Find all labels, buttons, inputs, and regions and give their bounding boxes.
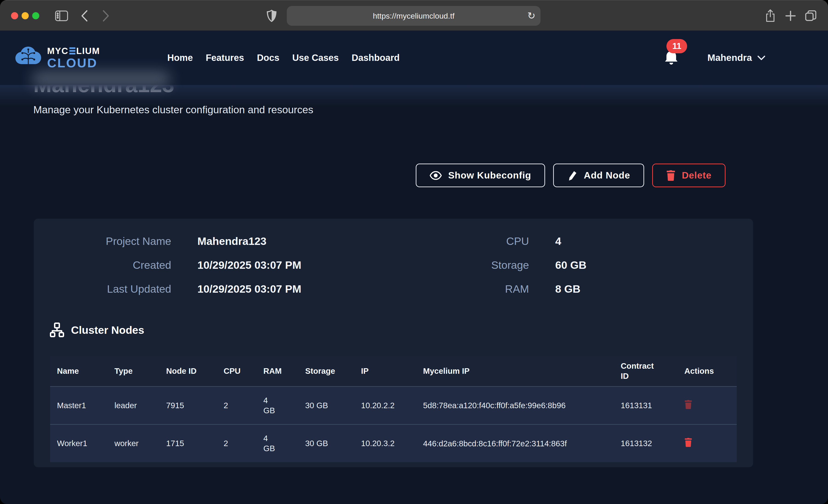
detail-value: 8 GB	[529, 282, 753, 296]
browser-toolbar: https://myceliumcloud.tf ↻	[0, 0, 828, 31]
chevron-down-icon	[757, 55, 765, 60]
cell-cpu: 2	[217, 386, 256, 424]
detail-value: 10/29/2025 03:07 PM	[171, 282, 392, 296]
page-subtitle: Manage your Kubernetes cluster configura…	[33, 104, 313, 116]
nav-item-use-cases[interactable]: Use Cases	[292, 53, 339, 63]
delete-node-button[interactable]	[685, 437, 692, 448]
zoom-window-button[interactable]	[32, 12, 39, 19]
cell-cpu: 2	[217, 424, 256, 462]
tab-overview-icon[interactable]	[805, 0, 816, 31]
nav-item-features[interactable]: Features	[206, 53, 244, 63]
cluster-nodes-section-header: Cluster Nodes	[50, 323, 144, 337]
show-kubeconfig-button[interactable]: Show Kubeconfig	[416, 164, 545, 187]
new-tab-icon[interactable]	[785, 0, 796, 31]
delete-node-button[interactable]	[685, 400, 692, 410]
cell-node-id: 1715	[159, 424, 217, 462]
cell-storage: 30 GB	[298, 386, 354, 424]
cell-storage: 30 GB	[298, 424, 354, 462]
eye-icon	[430, 171, 442, 180]
cluster-details-card: Project Name Mahendra123 CPU 4 Created 1…	[34, 219, 753, 467]
url-text: https://myceliumcloud.tf	[373, 11, 454, 20]
user-menu[interactable]: Mahendra	[707, 52, 765, 63]
forward-icon[interactable]	[102, 0, 110, 31]
detail-label: CPU	[392, 234, 529, 248]
col-name: Name	[50, 356, 108, 386]
user-name: Mahendra	[707, 52, 752, 63]
delete-cluster-button[interactable]: Delete	[652, 164, 726, 187]
site-header: MYCLIUM CLOUD Home Features Docs Use Cas…	[0, 31, 828, 85]
cell-name: Master1	[50, 386, 108, 424]
brand-logo[interactable]: MYCLIUM CLOUD	[14, 46, 100, 70]
detail-label: Created	[34, 258, 171, 272]
trash-icon	[685, 437, 692, 447]
brand-name-top: MYCLIUM	[47, 46, 100, 55]
cluster-actions: Show Kubeconfig Add Node Delete	[416, 164, 726, 187]
trash-icon	[685, 400, 692, 409]
detail-value: Mahendra123	[171, 234, 392, 248]
main-nav: Home Features Docs Use Cases Dashboard	[167, 53, 400, 63]
share-icon[interactable]	[766, 0, 775, 31]
cell-ip: 10.20.3.2	[354, 424, 416, 462]
section-title: Cluster Nodes	[71, 324, 144, 336]
detail-label: Last Updated	[34, 282, 171, 296]
col-storage: Storage	[298, 356, 354, 386]
cell-ram: 4 GB	[256, 424, 298, 462]
cluster-details-grid: Project Name Mahendra123 CPU 4 Created 1…	[34, 234, 753, 296]
reload-icon[interactable]: ↻	[527, 11, 535, 21]
cell-type: leader	[108, 386, 159, 424]
col-mycelium-ip: Mycelium IP	[416, 356, 614, 386]
table-header-row: Name Type Node ID CPU RAM Storage IP Myc…	[50, 356, 737, 386]
trash-icon	[666, 170, 675, 181]
cell-ip: 10.20.2.2	[354, 386, 416, 424]
col-actions: Actions	[685, 356, 737, 386]
table-row: Worker1 worker 1715 2 4 GB 30 GB 10.20.3…	[50, 424, 737, 462]
traffic-lights	[11, 12, 39, 19]
sidebar-toggle-icon[interactable]	[55, 0, 68, 31]
cell-actions	[685, 424, 737, 462]
notifications-button[interactable]: 11	[664, 50, 679, 66]
detail-value: 4	[529, 234, 753, 248]
nav-item-dashboard[interactable]: Dashboard	[351, 53, 400, 63]
detail-label: Storage	[392, 258, 529, 272]
col-ip: IP	[354, 356, 416, 386]
cell-ram: 4 GB	[256, 386, 298, 424]
mycelium-cloud-logo-icon	[14, 46, 42, 70]
col-node-id: Node ID	[159, 356, 217, 386]
privacy-shield-icon[interactable]	[266, 0, 277, 31]
safari-window: https://myceliumcloud.tf ↻ Mahendra123 M…	[0, 0, 828, 504]
address-bar[interactable]: https://myceliumcloud.tf ↻	[287, 6, 540, 26]
detail-label: RAM	[392, 282, 529, 296]
col-type: Type	[108, 356, 159, 386]
cell-node-id: 7915	[159, 386, 217, 424]
cell-contract-id: 1613132	[614, 424, 685, 462]
add-node-button[interactable]: Add Node	[553, 164, 644, 187]
cell-mycelium-ip: 5d8:78ea:a120:f40c:ff0f:a5fe:99e6:8b96	[416, 386, 614, 424]
nav-item-home[interactable]: Home	[167, 53, 193, 63]
cell-type: worker	[108, 424, 159, 462]
detail-value: 60 GB	[529, 258, 753, 272]
detail-value: 10/29/2025 03:07 PM	[171, 258, 392, 272]
cluster-nodes-table: Name Type Node ID CPU RAM Storage IP Myc…	[50, 356, 737, 462]
title-blur-smear	[32, 71, 170, 87]
minimize-window-button[interactable]	[22, 12, 29, 19]
close-window-button[interactable]	[11, 12, 18, 19]
cell-contract-id: 1613131	[614, 386, 685, 424]
network-nodes-icon	[50, 323, 64, 337]
col-contract-id: Contract ID	[614, 356, 685, 386]
table-row: Master1 leader 7915 2 4 GB 30 GB 10.20.2…	[50, 386, 737, 424]
brand-name-bottom: CLOUD	[47, 56, 100, 69]
col-ram: RAM	[256, 356, 298, 386]
detail-label: Project Name	[34, 234, 171, 248]
notification-badge: 11	[666, 39, 687, 53]
cell-mycelium-ip: 446:d2a6:8bcd:8c16:ff0f:72e2:3114:863f	[416, 424, 614, 462]
nav-item-docs[interactable]: Docs	[257, 53, 280, 63]
pencil-icon	[567, 170, 577, 181]
cell-name: Worker1	[50, 424, 108, 462]
cell-actions	[685, 386, 737, 424]
col-cpu: CPU	[217, 356, 256, 386]
back-icon[interactable]	[81, 0, 88, 31]
logo-e-bars-icon	[70, 47, 75, 54]
